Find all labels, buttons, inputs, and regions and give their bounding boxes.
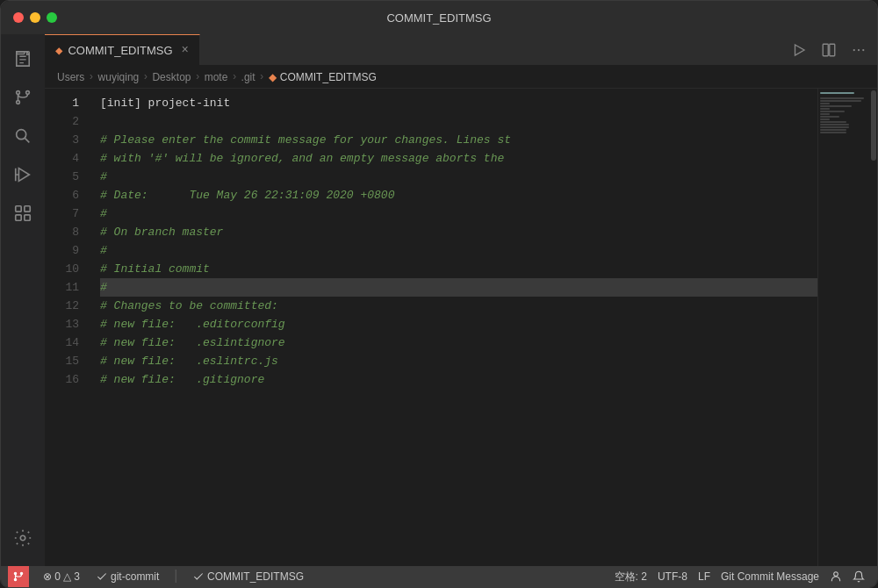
status-bar: ⊗ 0 △ 3 git-commit | COMMIT_EDITMSG 空: [1, 566, 877, 587]
svg-point-23: [858, 48, 860, 50]
breadcrumb-mote[interactable]: mote: [205, 71, 228, 83]
bell-icon: [853, 570, 865, 583]
svg-point-7: [26, 91, 30, 95]
activity-settings-icon[interactable]: [5, 520, 40, 556]
line-num-8: 8: [45, 223, 93, 241]
code-line-5: #: [100, 168, 817, 186]
code-line-14: # new file: .eslintignore: [100, 333, 817, 352]
activity-bar: [1, 34, 45, 566]
tab-close-button[interactable]: ×: [182, 43, 189, 57]
svg-point-5: [17, 91, 20, 95]
line-num-3: 3: [45, 131, 93, 149]
breadcrumb-sep-4: ›: [231, 71, 237, 83]
errors-status[interactable]: ⊗ 0 △ 3: [38, 566, 85, 587]
editor-area: ◆ COMMIT_EDITMSG ×: [45, 34, 877, 566]
line-num-1: 1: [45, 94, 93, 112]
breadcrumb-sep-1: ›: [88, 71, 94, 83]
activity-git-icon[interactable]: [5, 80, 40, 115]
scrollbar-thumb[interactable]: [871, 90, 876, 161]
encoding-status[interactable]: UTF-8: [652, 566, 693, 587]
svg-point-24: [862, 48, 864, 50]
code-line-15: # new file: .eslintrc.js: [100, 352, 817, 370]
svg-point-9: [17, 130, 26, 140]
code-line-11: #: [100, 278, 817, 297]
bell-status[interactable]: [847, 566, 870, 587]
svg-rect-15: [25, 206, 30, 212]
line-ending-status[interactable]: LF: [693, 566, 716, 587]
breadcrumb-sep-2: ›: [142, 71, 148, 83]
breadcrumb-file[interactable]: COMMIT_EDITMSG: [280, 71, 377, 83]
spaces-status[interactable]: 空格: 2: [609, 566, 652, 587]
line-num-10: 10: [45, 260, 93, 278]
breadcrumb-icon: ◆: [269, 71, 277, 83]
title-bar: COMMIT_EDITMSG: [1, 1, 877, 34]
vscode-window: COMMIT_EDITMSG: [0, 0, 878, 588]
svg-rect-20: [823, 44, 828, 56]
code-line-8: # On branch master: [100, 223, 817, 241]
breadcrumb-sep-5: ›: [259, 71, 265, 83]
filename-status[interactable]: COMMIT_EDITMSG: [187, 566, 309, 587]
activity-search-icon[interactable]: [5, 118, 40, 154]
line-num-15: 15: [45, 352, 93, 370]
code-line-6: # Date: Tue May 26 22:31:09 2020 +0800: [100, 186, 817, 204]
code-line-7: #: [100, 204, 817, 223]
maximize-button[interactable]: [47, 12, 57, 23]
main-layout: ◆ COMMIT_EDITMSG ×: [1, 34, 877, 566]
person-icon: [830, 570, 842, 583]
tab-bar-actions: [788, 34, 877, 65]
code-line-10: # Initial commit: [100, 260, 817, 278]
svg-line-10: [25, 138, 29, 142]
split-editor-button[interactable]: [817, 39, 840, 61]
breadcrumb: Users › wuyiqing › Desktop › mote › .git…: [45, 66, 877, 89]
scrollbar[interactable]: [870, 89, 877, 566]
line-num-11: 11: [45, 278, 93, 297]
filename-label: COMMIT_EDITMSG: [207, 570, 304, 583]
line-num-5: 5: [45, 168, 93, 186]
traffic-lights: [13, 12, 57, 23]
code-line-16: # new file: .gitignore: [100, 370, 817, 389]
breadcrumb-desktop[interactable]: Desktop: [152, 71, 191, 83]
code-line-2: [100, 112, 817, 131]
more-actions-button[interactable]: [847, 39, 870, 61]
svg-point-6: [17, 101, 20, 104]
git-branch-label: git-commit: [111, 570, 159, 583]
activity-files-icon[interactable]: [5, 41, 40, 76]
line-ending-label: LF: [698, 570, 710, 583]
svg-rect-17: [25, 215, 30, 220]
activity-bottom: [5, 520, 40, 566]
svg-rect-14: [16, 206, 21, 212]
code-editor[interactable]: [init] project-init # Please enter the c…: [93, 89, 817, 566]
code-line-13: # new file: .editorconfig: [100, 315, 817, 333]
breadcrumb-users[interactable]: Users: [57, 71, 84, 83]
line-num-7: 7: [45, 204, 93, 223]
git-branch-status[interactable]: git-commit: [90, 566, 164, 587]
line-num-13: 13: [45, 315, 93, 333]
remote-status[interactable]: [824, 566, 847, 587]
spaces-label: 空格: 2: [615, 570, 647, 584]
activity-run-icon[interactable]: [5, 157, 40, 192]
svg-point-29: [834, 572, 838, 577]
line-num-12: 12: [45, 297, 93, 315]
line-numbers: 1 2 3 4 5 6 7 8 9 10 11 12 13 14 15 16: [45, 89, 93, 566]
language-status[interactable]: Git Commit Message: [716, 566, 824, 587]
breadcrumb-sep-3: ›: [194, 71, 200, 83]
window-title: COMMIT_EDITMSG: [386, 11, 491, 25]
svg-rect-16: [16, 215, 21, 220]
warning-count: △ 3: [63, 570, 80, 583]
checkmark-icon: [96, 570, 108, 583]
breadcrumb-git[interactable]: .git: [241, 71, 255, 83]
minimize-button[interactable]: [30, 12, 40, 23]
breadcrumb-wuyiqing[interactable]: wuyiqing: [98, 71, 140, 83]
close-button[interactable]: [13, 12, 24, 23]
tab-bar: ◆ COMMIT_EDITMSG ×: [45, 34, 877, 66]
active-tab[interactable]: ◆ COMMIT_EDITMSG ×: [45, 34, 200, 65]
svg-marker-11: [18, 169, 29, 182]
editor-container: 1 2 3 4 5 6 7 8 9 10 11 12 13 14 15 16: [45, 89, 877, 566]
minimap: [817, 89, 870, 566]
git-status-icon[interactable]: [8, 566, 29, 587]
svg-point-18: [20, 535, 25, 541]
status-bar-right: 空格: 2 UTF-8 LF Git Commit Message: [609, 566, 870, 587]
run-button[interactable]: [788, 39, 810, 61]
activity-extensions-icon[interactable]: [5, 196, 40, 231]
svg-point-27: [20, 572, 22, 574]
